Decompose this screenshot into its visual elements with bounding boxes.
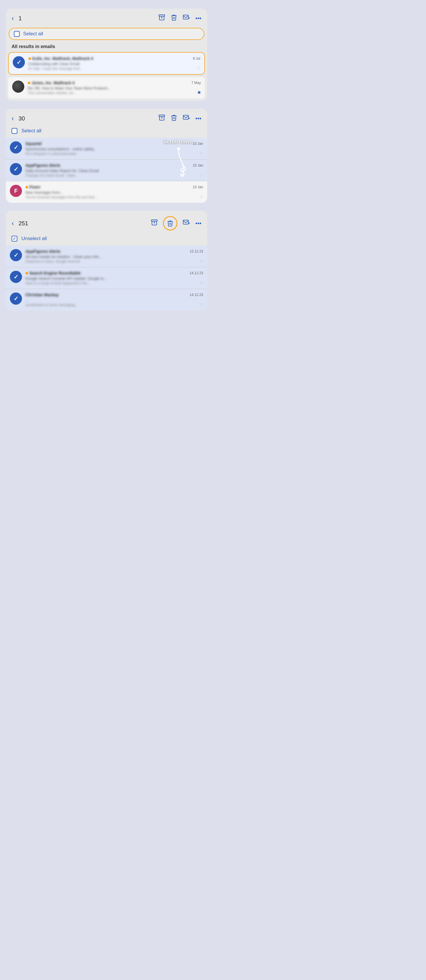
star-icon-6[interactable]: ☆ <box>199 258 204 264</box>
svg-rect-3 <box>183 115 188 119</box>
date-4: 10 Jan <box>193 163 203 167</box>
toolbar-3: ‹ 251 <box>6 211 207 236</box>
back-button-2[interactable]: ‹ <box>11 115 14 123</box>
yellow-dot-1 <box>29 57 31 60</box>
panel-2: ‹ 30 <box>6 109 207 203</box>
preview-2: This conversation started, um... <box>28 91 201 95</box>
email-item-7[interactable]: ✓ Search Engine Roundtable 14.12.23 Goog… <box>6 267 207 289</box>
avatar-7: ✓ <box>10 271 22 283</box>
date-6: 15.12.23 <box>190 249 203 253</box>
email-item-3[interactable]: ✓ Squartel 10 Jan Synchronize consultati… <box>6 138 207 159</box>
preview-7: Here is a recap of what happened in the.… <box>25 281 203 285</box>
svg-rect-2 <box>159 115 165 116</box>
email-item-1[interactable]: ✓ Kulie, Inc. Mailtrack, Mailtrack 4 8 J… <box>8 52 205 75</box>
yellow-dot-5 <box>25 186 28 189</box>
subject-7: Google Search Console API Update: Google… <box>25 276 203 281</box>
avatar-6: ✓ <box>10 249 22 261</box>
email-item-2[interactable]: Jones, Inc. Mailtrack 4 7 May Re: RE: Ho… <box>8 77 205 99</box>
email-item-8[interactable]: ✓ Christian Mackay 14.12.23 ... coordina… <box>6 289 207 310</box>
delete-icon-1[interactable] <box>171 14 177 22</box>
email-header-4: AppFigures Alerts 10 Jan <box>25 163 203 168</box>
select-all-row-2[interactable]: Select all <box>6 128 207 138</box>
date-3: 10 Jan <box>193 142 203 146</box>
yellow-dot-7 <box>25 272 28 275</box>
check-icon-3: ✓ <box>14 144 19 151</box>
avatar-1: ✓ <box>13 56 25 68</box>
avatar-5: F <box>10 185 22 197</box>
avatar-4: ✓ <box>10 163 22 175</box>
select-all-container-1: Select all <box>6 28 207 43</box>
date-1: 8 Jul <box>193 56 200 60</box>
email-header-7: Search Engine Roundtable 14.12.23 <box>25 271 203 275</box>
email-content-3: Squartel 10 Jan Synchronize consultation… <box>25 141 203 156</box>
subject-4: Daily Account Sales Report for: Clean Em… <box>25 169 203 173</box>
avatar-8: ✓ <box>10 293 22 305</box>
star-icon-4[interactable]: ☆ <box>199 172 204 178</box>
star-icon-5[interactable]: ☆ <box>199 194 204 200</box>
yellow-dot-2 <box>28 82 30 84</box>
email-item-6[interactable]: ✓ AppFigures Alerts 15.12.23 All new Ins… <box>6 246 207 267</box>
email-content-5: Fiverr 10 Jan New messages from... You'v… <box>25 185 203 199</box>
avatar-3: ✓ <box>10 141 22 153</box>
star-icon-3[interactable]: ☆ <box>199 150 204 156</box>
sender-8: Christian Mackay <box>25 293 187 297</box>
email-content-4: AppFigures Alerts 10 Jan Daily Account S… <box>25 163 203 178</box>
panel-3: ‹ 251 <box>6 211 207 310</box>
mark-read-icon-1[interactable] <box>183 14 190 22</box>
check-icon-1: ✓ <box>16 59 21 66</box>
sender-2: Jones, Inc. Mailtrack 4 <box>32 81 74 85</box>
star-icon-8[interactable]: ☆ <box>199 301 204 307</box>
select-all-label-1: Select all <box>23 31 43 37</box>
more-icon-1[interactable]: ••• <box>195 15 201 22</box>
section-label-1: All results in emails <box>6 43 207 52</box>
delete-icon-2[interactable] <box>171 114 177 123</box>
check-icon-6: ✓ <box>14 252 19 259</box>
more-icon-2[interactable]: ••• <box>195 115 201 122</box>
email-content-1: Kulie, Inc. Mailtrack, Mailtrack 4 8 Jul… <box>29 56 200 71</box>
preview-6: Instances in Inbox, Google ★★★★ <box>25 259 203 264</box>
sender-5: Fiverr <box>29 185 41 189</box>
mark-read-icon-2[interactable] <box>183 114 190 123</box>
archive-icon-1[interactable] <box>158 14 165 22</box>
unselect-all-checkbox-3[interactable]: ✓ <box>11 236 17 242</box>
star-icon-1[interactable]: ☆ <box>196 65 201 71</box>
email-content-8: Christian Mackay 14.12.23 ... coordinati… <box>25 293 203 307</box>
sender-6: AppFigures Alerts <box>25 249 187 254</box>
email-header-5: Fiverr 10 Jan <box>25 185 203 189</box>
back-button-1[interactable]: ‹ <box>11 14 14 22</box>
archive-icon-2[interactable] <box>158 114 165 123</box>
subject-1: Collaborating with Clean Email <box>29 62 200 66</box>
star-icon-7[interactable]: ☆ <box>199 280 204 286</box>
subject-8: ... <box>25 298 203 302</box>
check-icon-4: ✓ <box>14 165 19 173</box>
star-icon-2[interactable]: ★ <box>197 89 201 95</box>
select-all-checkbox-2[interactable] <box>11 128 17 134</box>
checkbox-check-3: ✓ <box>13 236 16 241</box>
sender-row-5: Fiverr <box>25 185 190 189</box>
toolbar-left-3: ‹ 251 <box>11 219 28 228</box>
delete-icon-3[interactable] <box>167 220 174 227</box>
count-label-2: 30 <box>19 115 25 122</box>
preview-8: coordination & some messaging... <box>25 303 203 307</box>
email-header-2: Jones, Inc. Mailtrack 4 7 May <box>28 81 201 85</box>
more-icon-3[interactable]: ••• <box>195 220 201 227</box>
email-header-6: AppFigures Alerts 15.12.23 <box>25 249 203 254</box>
toolbar-2: ‹ 30 <box>6 109 207 128</box>
avatar-2 <box>12 81 24 93</box>
delete-icon-highlight-3[interactable] <box>163 216 177 231</box>
email-item-5[interactable]: F Fiverr 10 Jan New messages from... You… <box>6 181 207 203</box>
archive-icon-3[interactable] <box>151 219 158 228</box>
subject-5: New messages from... <box>25 190 203 195</box>
preview-5: You've received messages from this and t… <box>25 195 203 199</box>
unselect-all-row-3[interactable]: ✓ Unselect all <box>6 236 207 246</box>
mark-read-icon-3[interactable] <box>183 219 190 228</box>
email-item-4[interactable]: ✓ AppFigures Alerts 10 Jan Daily Account… <box>6 159 207 181</box>
date-8: 14.12.23 <box>190 293 203 297</box>
select-all-row-1[interactable]: Select all <box>9 28 204 40</box>
email-content-6: AppFigures Alerts 15.12.23 All new Insta… <box>25 249 203 264</box>
subject-6: All new Installs for Intuition - Clean y… <box>25 255 203 259</box>
subject-2: Re: RE: How to Make Your Team More Produ… <box>28 86 201 91</box>
back-button-3[interactable]: ‹ <box>11 219 14 228</box>
select-all-checkbox-1[interactable] <box>14 31 20 37</box>
sender-7: Search Engine Roundtable <box>29 271 81 275</box>
